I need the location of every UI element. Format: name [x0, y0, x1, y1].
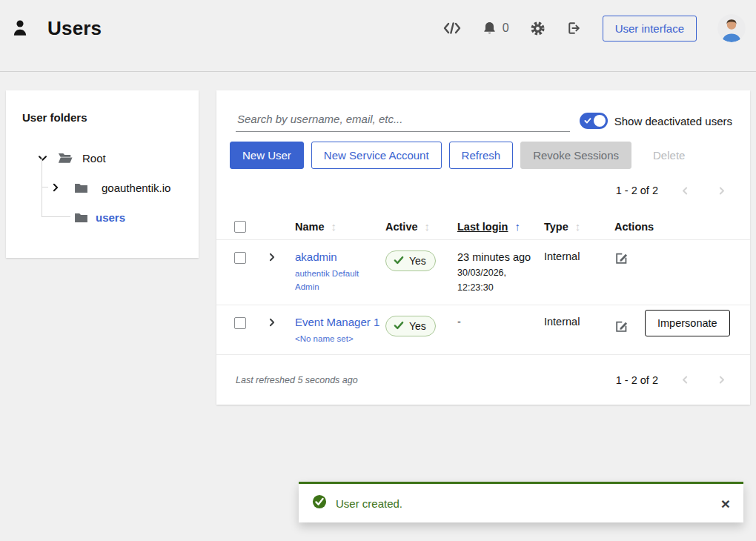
toggle-check-icon [584, 117, 591, 125]
bell-icon [483, 21, 497, 36]
table-row: akadmin authentik Default Admin Yes 23 m… [216, 239, 750, 305]
edit-icon[interactable] [614, 251, 629, 265]
notification-count: 0 [503, 21, 509, 35]
check-icon [394, 255, 404, 267]
revoke-sessions-button[interactable]: Revoke Sessions [520, 142, 631, 169]
success-check-icon [312, 494, 327, 512]
last-login-cell: - [457, 316, 544, 328]
actions-cell: Impersonate [614, 316, 743, 336]
avatar[interactable] [717, 14, 746, 42]
last-refreshed-text: Last refreshed 5 seconds ago [236, 375, 358, 385]
new-service-account-button[interactable]: New Service Account [311, 142, 442, 169]
sort-icon[interactable]: ↕ [425, 220, 431, 233]
name-cell: akadmin authentik Default Admin [295, 250, 385, 294]
folder-icon [74, 182, 88, 193]
search-input[interactable] [236, 110, 570, 132]
show-deactivated-label: Show deactivated users [614, 115, 732, 127]
tree-item-label[interactable]: Root [82, 152, 106, 165]
type-cell: Internal [544, 316, 614, 328]
toast-message: User created. [336, 497, 402, 510]
folder-icon [74, 212, 88, 223]
tree-item-label[interactable]: goauthentik.io [102, 182, 170, 194]
user-interface-button[interactable]: User interface [603, 16, 697, 42]
edit-icon[interactable] [614, 319, 629, 333]
sort-icon[interactable]: ↕ [331, 220, 337, 233]
sort-ascending-icon[interactable]: ↑ [514, 220, 520, 233]
top-header: Users 0 User interface [0, 0, 756, 72]
check-icon [394, 320, 404, 332]
pagination-top: 1 - 2 of 2 [216, 169, 750, 202]
sign-out-icon[interactable] [566, 21, 582, 36]
folder-open-icon [58, 152, 73, 164]
type-cell: Internal [544, 250, 614, 262]
delete-button[interactable]: Delete [639, 142, 699, 169]
pagination-label: 1 - 2 of 2 [616, 185, 658, 196]
pagination-bottom: 1 - 2 of 2 [616, 373, 731, 387]
user-folders-panel: User folders Root goauthentik.io [6, 90, 199, 258]
new-user-button[interactable]: New User [230, 142, 304, 169]
sort-icon[interactable]: ↕ [575, 220, 581, 233]
folder-tree: Root goauthentik.io users [22, 143, 182, 232]
user-subtitle[interactable]: <No name set> [295, 333, 377, 346]
show-deactivated-toggle[interactable] [580, 113, 608, 129]
last-login-cell: 23 minutes ago 30/03/2026, 12:23:30 [457, 250, 544, 295]
row-expand-chevron-icon[interactable] [267, 317, 295, 328]
users-table-card: Show deactivated users New User New Serv… [216, 90, 750, 405]
pagination-prev-icon[interactable] [676, 184, 694, 198]
users-admin-page: Users 0 User interface [0, 0, 756, 541]
pagination-prev-icon[interactable] [676, 373, 694, 387]
page-title-group: Users [10, 17, 102, 40]
last-login-time: 12:23:30 [457, 280, 544, 295]
pagination-label: 1 - 2 of 2 [616, 374, 658, 386]
select-all-checkbox[interactable] [234, 221, 246, 233]
table-header-row: Name ↕ Active ↕ Last login ↑ Type ↕ Acti… [216, 213, 750, 239]
user-icon [10, 19, 30, 38]
pagination-next-icon[interactable] [712, 184, 731, 198]
active-badge: Yes [385, 316, 436, 336]
tree-item-label[interactable]: users [96, 211, 125, 224]
user-subtitle[interactable]: authentik Default Admin [295, 268, 369, 294]
user-link[interactable]: Event Manager 1 [295, 316, 385, 328]
success-toast: User created. × [299, 482, 743, 522]
page-title: Users [47, 17, 102, 40]
table-footer: Last refreshed 5 seconds ago 1 - 2 of 2 [216, 355, 750, 387]
row-expand-chevron-icon[interactable] [267, 252, 295, 262]
column-header-last-login[interactable]: Last login ↑ [457, 220, 544, 233]
settings-gear-icon[interactable] [530, 21, 546, 36]
header-actions: 0 User interface [442, 14, 746, 42]
user-link[interactable]: akadmin [295, 250, 385, 263]
column-header-actions: Actions [614, 221, 743, 233]
toggle-knob [594, 115, 606, 127]
close-icon[interactable]: × [721, 496, 730, 511]
active-cell: Yes [385, 316, 457, 336]
actions-cell [614, 250, 743, 265]
name-cell: Event Manager 1 <No name set> [295, 316, 385, 346]
refresh-button[interactable]: Refresh [449, 142, 514, 169]
active-badge: Yes [385, 250, 436, 271]
last-login-date: 30/03/2026, [457, 265, 544, 280]
row-checkbox[interactable] [234, 252, 246, 264]
column-header-active[interactable]: Active ↕ [385, 220, 457, 233]
pagination-next-icon[interactable] [712, 373, 731, 387]
table-row: Event Manager 1 <No name set> Yes - Inte… [216, 305, 750, 354]
row-checkbox[interactable] [234, 317, 246, 329]
column-header-type[interactable]: Type ↕ [544, 220, 614, 233]
column-header-name[interactable]: Name ↕ [295, 220, 385, 233]
search-row: Show deactivated users [216, 90, 750, 132]
active-cell: Yes [385, 250, 457, 271]
action-buttons-row: New User New Service Account Refresh Rev… [230, 142, 732, 169]
notifications-group[interactable]: 0 [483, 21, 509, 36]
user-folders-title: User folders [22, 111, 182, 124]
tree-item-users[interactable]: users [22, 202, 182, 232]
impersonate-button[interactable]: Impersonate [645, 310, 730, 336]
api-code-icon[interactable] [442, 20, 462, 36]
